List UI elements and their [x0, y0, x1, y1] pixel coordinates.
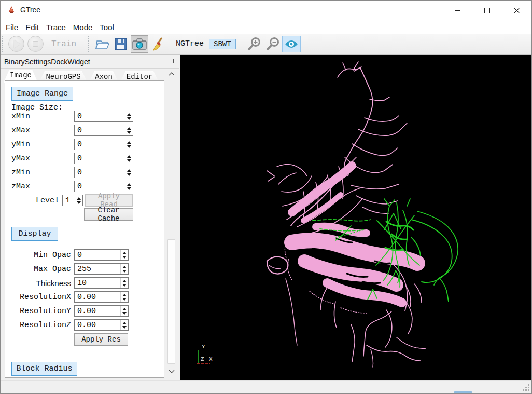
spin-up-icon[interactable] — [122, 294, 127, 296]
spin-down-icon[interactable] — [127, 187, 131, 190]
toolbar-drag-handle[interactable] — [88, 36, 91, 52]
minimize-button[interactable] — [443, 1, 472, 20]
menu-trace[interactable]: Trace — [43, 23, 69, 32]
visibility-toggle-button[interactable] — [282, 36, 301, 52]
spin-buttons[interactable] — [75, 195, 82, 206]
spin-buttons[interactable] — [120, 306, 128, 316]
resolutionx-spinbox[interactable]: 0.00 — [74, 291, 129, 303]
spin-down-icon[interactable] — [127, 173, 131, 176]
spin-up-icon[interactable] — [127, 155, 131, 158]
maximize-button[interactable] — [472, 1, 502, 20]
spin-up-icon[interactable] — [122, 322, 127, 324]
dock-scrollbar[interactable] — [166, 69, 176, 376]
spin-buttons[interactable] — [125, 139, 133, 150]
spin-buttons[interactable] — [120, 292, 128, 302]
ymax-spinbox[interactable]: 0 — [74, 153, 133, 164]
spin-down-icon[interactable] — [122, 256, 127, 259]
spin-down-icon[interactable] — [122, 312, 127, 315]
xmin-spinbox[interactable]: 0 — [74, 111, 133, 122]
spin-up-icon[interactable] — [122, 280, 127, 282]
apply-read-button[interactable]: Apply Read — [85, 194, 133, 207]
menu-mode[interactable]: Mode — [69, 23, 96, 32]
spin-down-icon[interactable] — [127, 131, 131, 134]
spin-down-icon[interactable] — [122, 284, 127, 287]
screenshot-button[interactable] — [131, 35, 148, 53]
dock-float-icon[interactable] — [167, 59, 174, 65]
svg-text:Y: Y — [202, 344, 205, 350]
dock-title-bar[interactable]: BinarySettingsDockWidget — [1, 55, 179, 69]
spin-up-icon[interactable] — [127, 141, 131, 144]
level-spinbox[interactable]: 1 — [62, 195, 83, 206]
block-radius-button[interactable]: Block Radius — [11, 362, 77, 376]
stop-button[interactable] — [27, 36, 44, 52]
resize-grip[interactable] — [522, 384, 529, 391]
ymax-value: 0 — [75, 153, 125, 164]
play-button[interactable] — [8, 36, 24, 52]
zoom-in-button[interactable] — [245, 35, 263, 53]
play-icon — [14, 40, 20, 48]
sbwt-toggle-button[interactable]: SBWT — [209, 39, 236, 49]
menu-file[interactable]: File — [2, 23, 22, 32]
zoom-out-button[interactable] — [264, 35, 282, 53]
spin-up-icon[interactable] — [77, 197, 81, 200]
clear-button[interactable] — [149, 35, 167, 53]
toolbar-drag-handle[interactable] — [2, 36, 5, 52]
spin-down-icon[interactable] — [127, 159, 131, 162]
min-opac-spinbox[interactable]: 0 — [74, 249, 129, 261]
spin-buttons[interactable] — [120, 320, 128, 330]
menu-edit[interactable]: Edit — [22, 23, 43, 32]
ymin-spinbox[interactable]: 0 — [74, 139, 133, 150]
spin-down-icon[interactable] — [122, 298, 127, 301]
open-file-button[interactable] — [93, 35, 111, 53]
render-viewport[interactable]: Y Z X — [180, 55, 532, 380]
clear-cache-button[interactable]: Clear Cache — [84, 208, 133, 221]
spin-up-icon[interactable] — [122, 266, 127, 268]
scrollbar-thumb[interactable] — [167, 239, 175, 364]
spin-down-icon[interactable] — [77, 201, 81, 204]
spin-buttons[interactable] — [120, 264, 128, 274]
spin-buttons[interactable] — [125, 153, 133, 164]
spin-up-icon[interactable] — [127, 169, 131, 172]
zmax-value: 0 — [75, 181, 125, 192]
resolutionz-spinbox[interactable]: 0.00 — [74, 319, 129, 331]
close-icon — [514, 8, 520, 13]
spin-buttons[interactable] — [120, 278, 128, 288]
spin-up-icon[interactable] — [122, 308, 127, 310]
chevron-down-icon — [169, 370, 175, 373]
spin-up-icon[interactable] — [127, 183, 131, 186]
spin-down-icon[interactable] — [127, 145, 131, 148]
xmax-spinbox[interactable]: 0 — [74, 125, 133, 136]
broom-icon — [151, 37, 165, 51]
menu-tool[interactable]: Tool — [96, 23, 118, 32]
scrollbar-down-button[interactable] — [166, 366, 176, 376]
spin-buttons[interactable] — [120, 250, 128, 260]
zmax-spinbox[interactable]: 0 — [74, 181, 133, 192]
spin-down-icon[interactable] — [122, 270, 127, 273]
spin-buttons[interactable] — [125, 125, 133, 135]
zmax-label: zMax — [11, 182, 30, 191]
spin-up-icon[interactable] — [127, 113, 131, 116]
resolutiony-spinbox[interactable]: 0.00 — [74, 305, 129, 317]
thickness-value: 10 — [75, 278, 120, 288]
resolutionx-value: 0.00 — [75, 292, 120, 302]
zmin-spinbox[interactable]: 0 — [74, 167, 133, 178]
max-opac-spinbox[interactable]: 255 — [74, 263, 129, 275]
spin-down-icon[interactable] — [127, 117, 131, 120]
title-bar[interactable]: GTree — [1, 1, 531, 20]
thickness-spinbox[interactable]: 10 — [74, 277, 129, 289]
zmin-value: 0 — [75, 167, 125, 178]
spin-buttons[interactable] — [125, 181, 133, 192]
spin-down-icon[interactable] — [122, 326, 127, 329]
save-button[interactable] — [112, 35, 130, 53]
spin-buttons[interactable] — [125, 167, 133, 178]
status-bar — [1, 380, 531, 393]
display-button[interactable]: Display — [11, 227, 58, 241]
spin-up-icon[interactable] — [127, 127, 131, 130]
spin-up-icon[interactable] — [122, 252, 127, 254]
close-button[interactable] — [502, 1, 531, 20]
apply-res-button[interactable]: Apply Res — [74, 333, 128, 346]
max-opac-value: 255 — [75, 264, 120, 274]
scrollbar-up-button[interactable] — [166, 69, 176, 79]
spin-buttons[interactable] — [125, 111, 133, 121]
image-range-button[interactable]: Image Range — [11, 87, 73, 101]
